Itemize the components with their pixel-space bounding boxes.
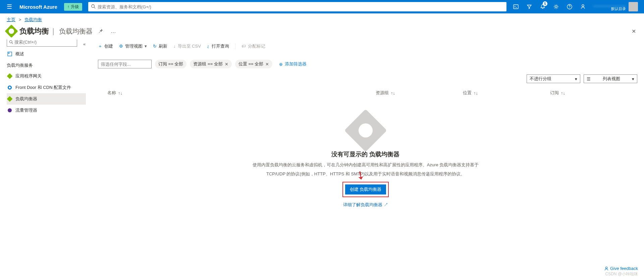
feedback-icon[interactable] [576,0,590,13]
filter-pill-resource-group[interactable]: 资源组 == 全部✕ [190,60,231,68]
command-bar: ＋创建 ⚙管理视图▾ ↻刷新 ↓导出至 CSV ⍮打开查询 🏷︎分配标记 [94,40,637,53]
remove-filter-icon[interactable]: ✕ [265,62,269,67]
breadcrumb-lb[interactable]: 负载均衡 [24,17,42,22]
traffic-manager-icon [7,107,13,113]
col-location[interactable]: 位置↑↓ [463,90,550,96]
grouping-dropdown[interactable]: 不进行分组▾ [527,74,580,83]
sidebar: « 概述 负载均衡服务 应用程序网关 Front Door 和 CDN 配置文件… [0,40,91,279]
settings-icon[interactable] [549,0,563,13]
assign-tags-button[interactable]: 🏷︎分配标记 [241,43,265,49]
query-icon: ⍮ [207,44,210,49]
external-link-icon: ↗ [384,202,388,207]
table-header: 名称↑↓ 资源组↑↓ 位置↑↓ 订阅↑↓ [94,87,637,99]
sidebar-item-traffic-manager[interactable]: 流量管理器 [7,105,86,116]
create-load-balancer-button[interactable]: 创建 负载均衡器 [345,184,386,194]
create-highlight-box: ➘ 创建 负载均衡器 [342,182,389,197]
assign-tags-label: 分配标记 [248,43,265,49]
sidebar-item-label: 流量管理器 [15,107,37,113]
manage-view-label: 管理视图 [125,43,143,49]
sort-icon: ↑↓ [118,91,122,96]
create-label: 创建 [104,43,113,49]
upgrade-button[interactable]: ↑ 升级 [64,3,82,11]
open-query-button[interactable]: ⍮打开查询 [207,43,229,49]
arrow-up-icon: ↑ [67,4,69,9]
page-header: 负载均衡 | 负载均衡器 📌︎ … ✕ [0,24,644,40]
learn-more-link[interactable]: 详细了解负载均衡器 ↗ [343,202,388,208]
filter-label: 位置 == 全部 [238,61,263,67]
directory-filter-icon[interactable] [523,0,536,13]
svg-rect-12 [7,73,12,79]
give-feedback-link[interactable]: Give feedback [604,266,638,271]
filter-pill-subscription[interactable]: 订阅 == 全部 [155,60,186,68]
sidebar-overview-label: 概述 [15,51,24,57]
empty-desc-1: 使用内置负载均衡的云服务和虚拟机，可在几分钟内创建高可用性和高扩展性的应用程序。… [245,162,486,169]
breadcrumb: 主页 > 负载均衡 [0,13,644,24]
empty-state: 没有可显示的 负载均衡器 使用内置负载均衡的云服务和虚拟机，可在几分钟内创建高可… [94,115,637,208]
topbar-actions: 5 [509,0,590,13]
col-name[interactable]: 名称↑↓ [107,90,376,96]
help-icon[interactable] [563,0,576,13]
chevron-down-icon: ▾ [145,44,147,49]
svg-point-17 [605,267,607,268]
sort-icon: ↑↓ [474,91,478,96]
notifications-icon[interactable]: 5 [536,0,549,13]
global-search [88,2,506,11]
filter-label: 资源组 == 全部 [193,61,222,67]
avatar [629,2,638,11]
refresh-icon: ↻ [153,44,157,49]
create-button[interactable]: ＋创建 [98,43,113,49]
sidebar-search[interactable] [7,40,77,47]
svg-rect-10 [8,52,12,56]
svg-rect-15 [7,96,12,102]
global-search-input[interactable] [88,2,506,11]
col-subscription[interactable]: 订阅↑↓ [550,90,637,96]
sidebar-item-front-door[interactable]: Front Door 和 CDN 配置文件 [7,82,86,93]
refresh-label: 刷新 [159,43,167,49]
brand-label[interactable]: Microsoft Azure [16,4,61,10]
view-options: 不进行分组▾ ☰列表视图▾ [94,74,637,83]
empty-state-icon [344,109,387,152]
grouping-label: 不进行分组 [530,76,551,82]
sidebar-item-load-balancer[interactable]: 负载均衡器 [7,93,86,105]
export-csv-button[interactable]: ↓导出至 CSV [173,43,201,49]
open-query-label: 打开查询 [212,43,229,49]
col-resource-group[interactable]: 资源组↑↓ [376,90,463,96]
upgrade-label: 升级 [71,4,79,10]
more-icon[interactable]: … [109,28,118,34]
close-icon[interactable]: ✕ [630,27,637,36]
pin-icon[interactable]: 📌︎ [96,28,105,34]
refresh-button[interactable]: ↻刷新 [153,43,167,49]
chevron-down-icon: ▾ [632,76,634,81]
add-filter-button[interactable]: ⊕添加筛选器 [276,60,310,68]
collapse-sidebar-icon[interactable]: « [83,42,86,47]
notification-badge: 5 [543,1,547,6]
plus-circle-icon: ⊕ [279,62,283,67]
load-balancer-small-icon [7,96,13,102]
person-feedback-icon [604,266,609,271]
sidebar-item-app-gateway[interactable]: 应用程序网关 [7,70,86,82]
view-mode-dropdown[interactable]: ☰列表视图▾ [584,74,637,83]
sidebar-section-label: 负载均衡服务 [7,60,86,70]
load-balancer-icon [5,24,18,38]
svg-point-7 [582,5,584,7]
breadcrumb-home[interactable]: 主页 [7,17,15,22]
sidebar-item-label: 负载均衡器 [15,96,37,102]
filter-row: 订阅 == 全部 资源组 == 全部✕ 位置 == 全部✕ ⊕添加筛选器 [94,60,637,68]
gear-icon: ⚙ [119,44,123,49]
svg-rect-11 [8,53,9,54]
sort-icon: ↑↓ [561,91,565,96]
account-menu[interactable]: ________________ 默认目录 [590,2,641,11]
sidebar-overview[interactable]: 概述 [7,48,86,60]
add-filter-label: 添加筛选器 [285,61,307,67]
hamburger-menu-icon[interactable]: ☰ [3,3,16,10]
cloud-shell-icon[interactable] [509,0,523,13]
remove-filter-icon[interactable]: ✕ [225,62,228,67]
sidebar-search-input[interactable] [14,40,75,45]
svg-point-8 [10,41,12,43]
filter-text-input[interactable] [98,60,152,68]
page-title: 负载均衡 [19,26,49,36]
chevron-right-icon: > [19,17,21,22]
manage-view-button[interactable]: ⚙管理视图▾ [119,43,147,49]
filter-pill-location[interactable]: 位置 == 全部✕ [235,60,272,68]
svg-rect-2 [514,5,518,9]
